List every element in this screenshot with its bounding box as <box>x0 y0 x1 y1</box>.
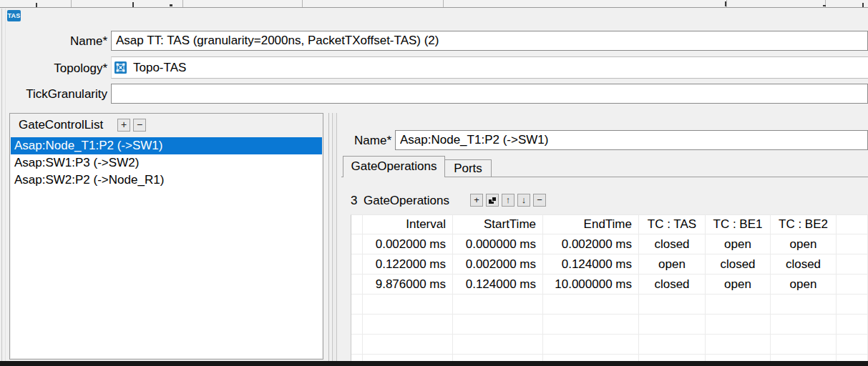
empty-cell[interactable] <box>706 295 771 315</box>
toolbar-separator <box>726 0 727 7</box>
empty-cell[interactable] <box>351 295 363 315</box>
table-cell[interactable]: 0.002000 ms <box>543 234 639 254</box>
topology-label: Topology* <box>0 61 107 76</box>
table-cell <box>837 274 868 295</box>
table-cell[interactable]: open <box>771 274 837 295</box>
clipped-text-fragment <box>132 2 134 7</box>
duplicate-icon <box>488 196 497 204</box>
splitter-line <box>328 113 329 361</box>
row-handle[interactable] <box>351 254 363 274</box>
column-header <box>837 215 868 234</box>
empty-cell[interactable] <box>706 315 771 335</box>
gateoperations-count: 3 <box>351 194 357 208</box>
gate-control-list-group: GateControlList + − Asap:Node_T1:P2 (->S… <box>9 113 323 360</box>
table-cell[interactable]: open <box>771 234 837 254</box>
row-handle[interactable] <box>351 274 363 295</box>
empty-cell[interactable] <box>771 335 837 355</box>
empty-cell <box>837 335 868 355</box>
move-row-up-button[interactable]: ↑ <box>502 194 515 207</box>
empty-cell[interactable] <box>543 295 639 315</box>
remove-gate-control-button[interactable]: − <box>133 119 146 132</box>
empty-cell <box>837 315 868 335</box>
empty-cell[interactable] <box>351 335 363 355</box>
add-row-button[interactable]: + <box>470 194 483 207</box>
table-cell <box>837 234 868 254</box>
list-item[interactable]: Asap:SW2:P2 (->Node_R1) <box>11 172 322 189</box>
empty-cell[interactable] <box>453 355 543 361</box>
table-cell[interactable]: 0.122000 ms <box>363 254 453 274</box>
empty-cell[interactable] <box>706 335 771 355</box>
empty-cell[interactable] <box>639 295 706 315</box>
list-item[interactable]: Asap:Node_T1:P2 (->SW1) <box>11 137 322 154</box>
empty-cell[interactable] <box>771 295 837 315</box>
empty-cell[interactable] <box>351 315 363 335</box>
empty-cell[interactable] <box>363 335 453 355</box>
empty-cell[interactable] <box>771 315 837 335</box>
gateoperations-title: GateOperations <box>364 194 449 208</box>
table-cell[interactable]: open <box>706 274 771 295</box>
clipped-text-fragment <box>823 5 826 6</box>
gate-control-list: Asap:Node_T1:P2 (->SW1) Asap:SW1:P3 (->S… <box>11 137 322 358</box>
table-cell[interactable]: closed <box>639 274 706 295</box>
empty-cell[interactable] <box>363 315 453 335</box>
empty-cell[interactable] <box>453 335 543 355</box>
table-cell[interactable]: 0.000000 ms <box>453 234 543 254</box>
clipped-text-fragment <box>170 4 172 6</box>
column-header: EndTime <box>543 215 639 234</box>
bottom-window-bar <box>0 361 868 366</box>
detail-name-input[interactable] <box>395 130 868 150</box>
tick-granularity-input[interactable] <box>111 84 868 104</box>
name-label: Name* <box>0 34 107 49</box>
clipped-toolbar-strip <box>0 0 868 8</box>
table-cell[interactable]: 0.124000 ms <box>543 254 639 274</box>
pane-splitter[interactable] <box>332 113 337 361</box>
empty-cell[interactable] <box>363 355 453 361</box>
table-cell[interactable]: 0.002000 ms <box>453 254 543 274</box>
table-cell[interactable]: 9.876000 ms <box>363 274 453 295</box>
clipped-text-fragment <box>862 3 864 7</box>
row-handle[interactable] <box>351 234 363 254</box>
empty-cell[interactable] <box>543 315 639 335</box>
add-gate-control-button[interactable]: + <box>117 119 130 132</box>
empty-cell[interactable] <box>639 355 706 361</box>
empty-cell <box>837 355 868 361</box>
move-row-down-button[interactable]: ↓ <box>517 194 530 207</box>
empty-cell[interactable] <box>543 335 639 355</box>
empty-cell[interactable] <box>543 355 639 361</box>
table-cell[interactable]: 0.124000 ms <box>453 274 543 295</box>
table-cell[interactable]: open <box>639 254 706 274</box>
topology-field[interactable]: Topo-TAS <box>111 56 868 79</box>
tick-granularity-label: TickGranularity <box>0 87 107 102</box>
remove-row-button[interactable]: − <box>533 194 546 207</box>
table-cell[interactable]: closed <box>771 254 837 274</box>
name-input[interactable] <box>111 31 868 51</box>
empty-cell[interactable] <box>351 355 363 361</box>
table-cell[interactable]: open <box>706 234 771 254</box>
tab-ports[interactable]: Ports <box>445 159 492 177</box>
tab-gateoperations[interactable]: GateOperations <box>343 156 445 177</box>
column-header: TC : BE2 <box>771 215 837 234</box>
duplicate-row-button[interactable] <box>486 194 499 207</box>
empty-cell[interactable] <box>639 335 706 355</box>
table-cell[interactable]: 10.000000 ms <box>543 274 639 295</box>
empty-cell[interactable] <box>453 295 543 315</box>
list-item[interactable]: Asap:SW1:P3 (->SW2) <box>11 154 322 172</box>
table-cell[interactable]: closed <box>706 254 771 274</box>
topology-icon <box>114 61 127 74</box>
empty-cell[interactable] <box>771 355 837 361</box>
empty-cell[interactable] <box>706 355 771 361</box>
empty-cell[interactable] <box>363 295 453 315</box>
column-header: TC : BE1 <box>706 215 771 234</box>
toolbar-separator <box>71 0 72 7</box>
table-cell <box>837 254 868 274</box>
table-cell[interactable]: 0.002000 ms <box>363 234 453 254</box>
detail-name-label: Name* <box>341 134 391 148</box>
table-cell[interactable]: closed <box>639 234 706 254</box>
empty-cell[interactable] <box>453 315 543 335</box>
column-header: TC : TAS <box>639 215 706 234</box>
topology-value: Topo-TAS <box>133 61 186 75</box>
column-header <box>351 215 363 234</box>
toolbar-separator <box>302 0 303 7</box>
toolbar-separator <box>443 0 444 7</box>
empty-cell[interactable] <box>639 315 706 335</box>
